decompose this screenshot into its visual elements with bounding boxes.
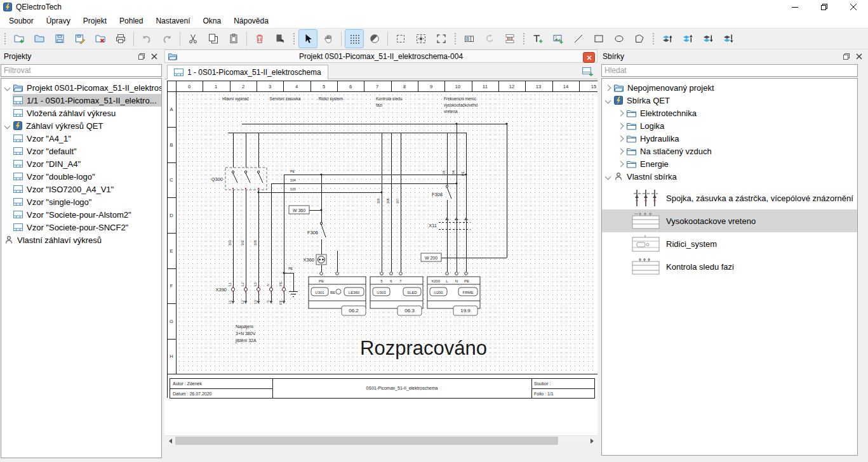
add-rectangle-button[interactable] <box>589 29 608 48</box>
titleblock-button[interactable] <box>460 29 479 48</box>
print-button[interactable] <box>111 29 130 48</box>
add-polygon-button[interactable] <box>630 29 649 48</box>
menu-nastaveni[interactable]: Nastavení <box>149 15 196 27</box>
fit-content-button[interactable] <box>411 29 431 48</box>
tree-item-vzor-din-a4[interactable]: Vzor "DIN_A4" <box>1 157 161 170</box>
send-to-back-button[interactable] <box>719 29 738 48</box>
search-input[interactable] <box>601 64 858 77</box>
menu-soubor[interactable]: Soubor <box>3 15 40 27</box>
duplicate-button[interactable] <box>270 29 290 48</box>
paste-button[interactable] <box>224 29 243 48</box>
chevron-down-icon[interactable] <box>1 124 13 128</box>
menu-napoveda[interactable]: Nápověda <box>227 15 275 27</box>
rotate-button[interactable] <box>480 29 499 48</box>
menu-projekt[interactable]: Projekt <box>77 15 113 27</box>
float-panel-icon[interactable] <box>137 51 147 62</box>
tree-item-vlastni-sbirka[interactable]: Vlastní sbírka <box>602 170 857 183</box>
close-panel-icon[interactable] <box>149 51 159 62</box>
horizontal-scrollbar[interactable] <box>164 435 598 446</box>
tree-item-vzor-sncf2[interactable]: Vzor "Societe-pour-SNCF2" <box>1 221 161 234</box>
chevron-right-icon[interactable] <box>615 124 626 128</box>
tree-item-project[interactable]: Projekt 0S01-Picomax_51-II_elektrosc... <box>1 81 161 94</box>
tree-item-elektrotechnika[interactable]: Elektrotechnika <box>602 107 857 119</box>
toolbar-handle[interactable] <box>292 32 295 46</box>
tree-item-sbirka-qet[interactable]: Sbírka QET <box>602 94 857 107</box>
add-text-button[interactable] <box>528 29 547 48</box>
delete-button[interactable] <box>250 29 269 48</box>
project-window-titlebar[interactable]: Projekt 0S01-Picomax_51-II_elektroschema… <box>164 50 598 63</box>
tree-item-vzor-default[interactable]: Vzor "default" <box>1 145 161 157</box>
pan-tool-button[interactable] <box>319 29 338 48</box>
folio-tab[interactable]: 1 - 0S01-Picomax_51-II_elektroschema <box>167 65 328 79</box>
tree-item-hydraulika[interactable]: Hydraulika <box>602 132 857 145</box>
menu-pohled[interactable]: Pohled <box>113 15 149 27</box>
tree-item-vzor-alstom2[interactable]: Vzor "Societe-pour-Alstom2" <box>1 208 161 221</box>
add-ellipse-button[interactable] <box>610 29 629 48</box>
add-line-button[interactable] <box>569 29 588 48</box>
toolbar-handle[interactable] <box>453 32 457 46</box>
element-item-spojka[interactable]: Spojka, zásuvka a zástrčka, vícepólové z… <box>602 187 857 209</box>
tree-item-vzor-a4-1[interactable]: Vzor "A4_1" <box>1 132 161 145</box>
chevron-right-icon[interactable] <box>615 136 626 141</box>
folio-canvas[interactable]: 01 23 45 67 89 1011 1213 1415 AB CD EF G… <box>164 79 598 435</box>
bring-forward-button[interactable] <box>658 29 677 48</box>
scrollbar-thumb[interactable] <box>175 437 558 445</box>
scroll-right-button[interactable] <box>587 436 598 446</box>
chevron-right-icon[interactable] <box>615 149 626 154</box>
toolbar-handle[interactable] <box>522 32 525 46</box>
conductors-button[interactable] <box>500 29 519 48</box>
frame-button[interactable] <box>432 29 451 48</box>
cut-button[interactable] <box>184 29 203 48</box>
copy-button[interactable] <box>204 29 223 48</box>
menu-okna[interactable]: Okna <box>196 15 227 27</box>
chevron-right-icon[interactable] <box>602 86 613 90</box>
tree-item-vlastni-zahlavi[interactable]: Vlastní záhlaví výkresů <box>1 234 161 246</box>
add-folio-button[interactable] <box>582 65 594 77</box>
element-item-kontrola-sledu-fazi[interactable]: Kontrola sledu fazi <box>602 255 857 278</box>
chevron-right-icon[interactable] <box>615 111 626 116</box>
tree-item-vzor-single-logo[interactable]: Vzor "single-logo" <box>1 195 161 208</box>
svg-text:15: 15 <box>591 84 596 89</box>
save-as-button[interactable] <box>70 29 90 48</box>
add-image-button[interactable] <box>549 29 568 48</box>
toolbar-handle[interactable] <box>3 32 6 46</box>
restore-button[interactable] <box>810 0 839 14</box>
float-panel-icon[interactable] <box>841 51 851 62</box>
select-tool-button[interactable] <box>298 29 317 48</box>
grid-toggle-button[interactable] <box>345 29 364 48</box>
tree-item-folio[interactable]: 1/1 - 0S01-Picomax_51-II_elektro... <box>1 94 161 107</box>
menu-upravy[interactable]: Úpravy <box>40 15 77 27</box>
redo-button[interactable] <box>157 29 177 48</box>
close-project-button[interactable] <box>91 29 110 48</box>
undo-button[interactable] <box>137 29 156 48</box>
tree-item-vzor-iso7200[interactable]: Vzor "ISO7200_A4_V1" <box>1 183 161 195</box>
filter-input[interactable] <box>1 64 162 77</box>
close-panel-icon[interactable] <box>854 51 864 62</box>
element-item-ridici-system[interactable]: Ridici_system <box>602 232 857 255</box>
close-button[interactable] <box>839 0 868 14</box>
tree-item-vzor-double-logo[interactable]: Vzor "double-logo" <box>1 170 161 183</box>
chevron-down-icon[interactable] <box>602 175 613 179</box>
select-area-button[interactable] <box>391 29 410 48</box>
minimize-button[interactable] <box>780 0 810 14</box>
chevron-down-icon[interactable] <box>1 86 13 90</box>
svg-text:F306: F306 <box>307 230 318 235</box>
toolbar-handle[interactable] <box>651 32 655 46</box>
chevron-down-icon[interactable] <box>602 98 613 103</box>
tree-item-na-stlaceny-vzduch[interactable]: Na stlačený vzduch <box>602 145 857 157</box>
open-project-button[interactable] <box>30 29 49 48</box>
tree-item-logika[interactable]: Logika <box>602 119 857 132</box>
element-item-vysokootackove-vreteno[interactable]: Vysokootackove vreteno <box>602 209 857 232</box>
scroll-left-button[interactable] <box>164 436 175 446</box>
background-toggle-button[interactable] <box>365 29 384 48</box>
project-close-button[interactable] <box>583 52 595 63</box>
chevron-right-icon[interactable] <box>615 162 626 166</box>
bring-to-front-button[interactable] <box>678 29 697 48</box>
tree-item-zahlavi-qet[interactable]: Záhlaví výkresů QET <box>1 119 161 132</box>
tree-item-energie[interactable]: Energie <box>602 157 857 170</box>
tree-item-nepojmenovany-projekt[interactable]: Nepojmenovaný projekt <box>602 81 857 94</box>
tree-item-vlozena-zahlavi[interactable]: Vložená záhlaví výkresu <box>1 107 161 119</box>
save-button[interactable] <box>50 29 69 48</box>
new-project-button[interactable] <box>10 29 29 48</box>
send-backward-button[interactable] <box>698 29 718 48</box>
